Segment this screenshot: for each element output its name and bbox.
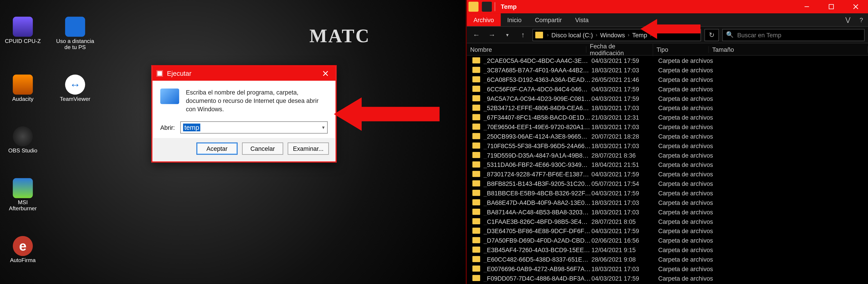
- crumb-temp[interactable]: Temp: [632, 31, 647, 38]
- col-date[interactable]: Fecha de modificación: [586, 42, 653, 56]
- tab-home[interactable]: Inicio: [501, 13, 528, 26]
- qat-icon[interactable]: [482, 2, 492, 11]
- file-date: 18/03/2021 17:03: [592, 104, 658, 111]
- table-row[interactable]: _9AC5A7CA-0C94-4D23-909E-C0815ABD…04/03/…: [467, 94, 868, 103]
- close-button[interactable]: [844, 0, 868, 13]
- run-input[interactable]: temp ▾: [180, 121, 328, 133]
- file-name: _87301724-9228-47F7-BF6E-E13872DD21D3: [484, 170, 592, 177]
- file-name: _9AC5A7CA-0C94-4D23-909E-C0815ABD…: [484, 95, 592, 102]
- table-row[interactable]: _2CAE0C5A-64DC-4BDC-AA4C-3EF125C…04/03/2…: [467, 56, 868, 65]
- desktop-icon-cpuz[interactable]: CPUID CPU-Z: [3, 17, 42, 50]
- tab-share[interactable]: Compartir: [528, 13, 568, 26]
- file-name: _250CB993-06AE-4124-A3E8-9665C90AE5…: [484, 133, 592, 139]
- obs-icon: [13, 126, 33, 147]
- desktop-icon-ps[interactable]: Uso a distancia de tu PS: [56, 17, 94, 50]
- msi-icon: [13, 178, 33, 198]
- table-row[interactable]: _E60CC482-66D5-438D-8337-651E11B4941828/…: [467, 254, 868, 264]
- desktop-icon-aud[interactable]: Audacity: [3, 74, 42, 102]
- nav-up-button[interactable]: ↑: [517, 29, 529, 41]
- breadcrumb[interactable]: › Disco local (C:) › Windows › Temp ›: [532, 29, 701, 41]
- crumb-drive[interactable]: Disco local (C:): [551, 31, 593, 38]
- chevron-right-icon[interactable]: ›: [649, 32, 653, 38]
- desktop-icon-obs[interactable]: OBS Studio: [3, 126, 42, 154]
- refresh-button[interactable]: ↻: [704, 29, 719, 41]
- table-row[interactable]: _250CB993-06AE-4124-A3E8-9665C90AE5…20/0…: [467, 131, 868, 141]
- folder-icon: [472, 86, 480, 92]
- run-titlebar[interactable]: Ejecutar: [152, 66, 336, 81]
- file-name: _710F8C55-5F38-43FB-96D5-24A66168F98A: [484, 142, 592, 149]
- desktop-icon-af[interactable]: eAutoFirma: [3, 236, 42, 263]
- aud-icon: [13, 74, 33, 95]
- desktop-icon-tv[interactable]: ↔TeamViewer: [56, 74, 94, 102]
- file-name: _BA87144A-AC48-4B53-8BA8-3203DCB5…: [484, 209, 592, 215]
- run-open-label: Abrir:: [160, 124, 175, 131]
- file-type: Carpeta de archivos: [658, 86, 725, 92]
- chevron-right-icon[interactable]: ›: [627, 32, 630, 38]
- file-type: Carpeta de archivos: [658, 104, 725, 111]
- file-type: Carpeta de archivos: [658, 66, 725, 73]
- chevron-right-icon[interactable]: ›: [546, 32, 550, 38]
- tab-view[interactable]: Vista: [568, 13, 595, 26]
- table-row[interactable]: _BA87144A-AC48-4B53-8BA8-3203DCB5…18/03/…: [467, 207, 868, 217]
- table-row[interactable]: _87301724-9228-47F7-BF6E-E13872DD21D304/…: [467, 169, 868, 179]
- file-name: _D3E64705-BF86-4E88-9DCF-DF6FF4540339: [484, 227, 592, 234]
- table-row[interactable]: _5311DA06-FBF2-4E66-930C-9349B9697D…18/0…: [467, 160, 868, 169]
- col-size[interactable]: Tamaño: [709, 46, 868, 53]
- column-headers: Nombre Fecha de modificación Tipo Tamaño: [467, 43, 868, 56]
- nav-back-button[interactable]: ←: [470, 29, 483, 41]
- file-date: 04/03/2021 17:59: [592, 227, 658, 234]
- table-row[interactable]: _6CC56F0F-CA7A-4DC0-84C4-046D6C15…04/03/…: [467, 84, 868, 94]
- folder-icon: [472, 247, 480, 253]
- file-date: 28/06/2021 9:08: [592, 256, 658, 262]
- maximize-button[interactable]: [819, 0, 843, 13]
- col-name[interactable]: Nombre: [467, 46, 586, 53]
- table-row[interactable]: _B81BBCE8-E5B9-4BCB-B326-922FAF62D…04/03…: [467, 188, 868, 198]
- file-name: _B8FB8251-B143-4B3F-9205-31C20A96636B: [484, 180, 592, 187]
- table-row[interactable]: _70E96504-EEF1-49E6-9720-820A1F81EBF318/…: [467, 122, 868, 131]
- table-row[interactable]: _67F34407-8FC1-4B58-BACD-0E1DF8F953…21/0…: [467, 113, 868, 122]
- search-input[interactable]: 🔍 Buscar en Temp: [722, 29, 865, 41]
- table-row[interactable]: _E0076696-0AB9-4272-AB98-56F7A1FAC…18/03…: [467, 264, 868, 273]
- window-title: Temp: [501, 3, 517, 10]
- ok-button[interactable]: Aceptar: [196, 142, 238, 154]
- table-row[interactable]: _D7A50FB9-D69D-4F0D-A2AD-CBDC27D…02/06/2…: [467, 235, 868, 245]
- close-button[interactable]: [315, 66, 336, 81]
- search-icon: 🔍: [726, 31, 734, 38]
- desktop-icon-msi[interactable]: MSI Afterburner: [3, 178, 42, 212]
- file-name: _E3B45AF4-7260-4A03-BCD9-15EE7949BF…: [484, 246, 592, 253]
- browse-button[interactable]: Examinar...: [288, 142, 329, 154]
- table-row[interactable]: _6CA08F53-D192-4363-A36A-DEADE7E35…26/05…: [467, 74, 868, 84]
- desktop-icon-label: TeamViewer: [60, 96, 90, 102]
- col-type[interactable]: Tipo: [653, 46, 709, 53]
- table-row[interactable]: _B8FB8251-B143-4B3F-9205-31C20A96636B05/…: [467, 179, 868, 188]
- table-row[interactable]: _F09DD057-7D4C-4886-8A4D-BF3A4986C…04/03…: [467, 273, 868, 283]
- file-type: Carpeta de archivos: [658, 246, 725, 253]
- table-row[interactable]: _D3E64705-BF86-4E88-9DCF-DF6FF454033904/…: [467, 226, 868, 235]
- table-row[interactable]: _710F8C55-5F38-43FB-96D5-24A66168F98A18/…: [467, 141, 868, 150]
- nav-forward-button[interactable]: →: [486, 29, 498, 41]
- file-list[interactable]: _2CAE0C5A-64DC-4BDC-AA4C-3EF125C…04/03/2…: [467, 56, 868, 284]
- folder-icon: [472, 275, 480, 281]
- table-row[interactable]: _E3B45AF4-7260-4A03-BCD9-15EE7949BF…12/0…: [467, 245, 868, 254]
- desktop-icon-label: OBS Studio: [8, 148, 37, 154]
- chevron-right-icon[interactable]: ›: [594, 32, 598, 38]
- table-row[interactable]: _52B34712-EFFE-4806-84D9-CEA6360C145E18/…: [467, 103, 868, 113]
- minimize-button[interactable]: [795, 0, 819, 13]
- file-type: Carpeta de archivos: [658, 237, 725, 244]
- chevron-down-icon[interactable]: ▾: [322, 124, 325, 130]
- crumb-windows[interactable]: Windows: [600, 31, 625, 38]
- table-row[interactable]: _719D559D-D35A-4847-9A1A-49B823FFA…28/07…: [467, 150, 868, 160]
- nav-recent-button[interactable]: ▾: [501, 29, 514, 41]
- file-name: _67F34407-8FC1-4B58-BACD-0E1DF8F953…: [484, 114, 592, 121]
- tab-file[interactable]: Archivo: [467, 13, 500, 26]
- search-placeholder: Buscar en Temp: [737, 31, 781, 38]
- run-prompt: Escriba el nombre del programa, carpeta,…: [186, 88, 328, 113]
- cancel-button[interactable]: Cancelar: [242, 142, 283, 154]
- help-icon[interactable]: ?: [855, 13, 868, 26]
- table-row[interactable]: _3C87A685-B7A7-4F01-9AAA-44B25FE82…18/03…: [467, 65, 868, 74]
- table-row[interactable]: _BA68E47D-A4DB-40F9-A8A2-13E0AF023…18/03…: [467, 198, 868, 207]
- table-row[interactable]: _C1FAAE3B-826C-4BFD-98B5-3E4A98369…28/07…: [467, 217, 868, 226]
- folder-icon: [472, 152, 480, 158]
- ribbon-expand-icon[interactable]: ⋁: [841, 13, 855, 26]
- explorer-titlebar[interactable]: Temp: [467, 0, 868, 13]
